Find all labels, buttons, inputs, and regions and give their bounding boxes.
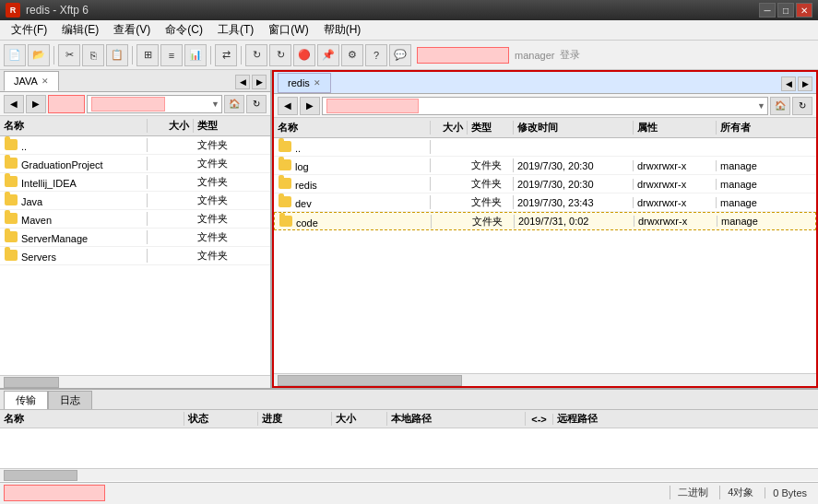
menu-command[interactable]: 命令(C) <box>158 20 210 40</box>
right-col-type[interactable]: 类型 <box>468 121 514 135</box>
tb-cut[interactable]: ✂ <box>58 44 80 66</box>
tb-connect[interactable]: 🔴 <box>293 44 315 66</box>
menu-bar: 文件(F) 编辑(E) 查看(V) 命令(C) 工具(T) 窗口(W) 帮助(H… <box>0 20 818 41</box>
right-tab-close[interactable]: ✕ <box>314 78 321 88</box>
transfer-hscroll[interactable] <box>0 468 818 481</box>
window-title: redis - Xftp 6 <box>26 4 89 17</box>
left-forward-btn[interactable]: ▶ <box>26 95 46 113</box>
list-item-code[interactable]: code 文件夹 2019/7/31, 0:02 drwxrwxr-x mana… <box>274 212 816 230</box>
menu-help[interactable]: 帮助(H) <box>316 20 369 40</box>
tb-new-session[interactable]: 📄 <box>4 44 26 66</box>
toolbar: 📄 📂 ✂ ⎘ 📋 ⊞ ≡ 📊 ⇄ ↻ ↻ 🔴 📌 ⚙ ? 💬 manager … <box>0 41 818 70</box>
left-tab-next[interactable]: ▶ <box>252 75 267 89</box>
right-hscroll-bar[interactable] <box>278 375 462 386</box>
tb-sep4 <box>241 46 242 64</box>
left-file-list: .. 文件夹 GraduationProject 文件夹 Intellij_ID… <box>0 136 270 375</box>
menu-edit[interactable]: 编辑(E) <box>54 20 106 40</box>
th-progress[interactable]: 进度 <box>258 412 332 426</box>
right-file-header: 名称 大小 类型 修改时间 属性 所有者 <box>274 118 816 138</box>
right-col-name[interactable]: 名称 <box>274 121 431 135</box>
list-item[interactable]: GraduationProject 文件夹 <box>0 155 270 173</box>
th-arrow: <-> <box>526 414 553 425</box>
left-col-size[interactable]: 大小 <box>148 119 194 133</box>
right-hscroll[interactable] <box>274 373 816 386</box>
transfer-tab-log[interactable]: 日志 <box>48 391 92 409</box>
right-address-bar[interactable]: ▼ <box>322 97 768 115</box>
list-item[interactable]: Intellij_IDEA 文件夹 <box>0 173 270 192</box>
left-tab-label: JAVA <box>14 76 38 87</box>
right-forward-btn[interactable]: ▶ <box>300 97 320 115</box>
right-tab-prev[interactable]: ◀ <box>781 76 796 91</box>
menu-tools[interactable]: 工具(T) <box>210 20 261 40</box>
right-col-owner[interactable]: 所有者 <box>717 121 790 135</box>
list-item[interactable]: log 文件夹 2019/7/30, 20:30 drwxrwxr-x mana… <box>274 157 816 175</box>
tb-transfer[interactable]: ⇄ <box>215 44 237 66</box>
list-item[interactable]: dev 文件夹 2019/7/30, 23:43 drwxrwxr-x mana… <box>274 193 816 212</box>
menu-view[interactable]: 查看(V) <box>106 20 158 40</box>
tb-icon2[interactable]: ≡ <box>160 44 183 66</box>
left-col-name[interactable]: 名称 <box>0 119 148 133</box>
list-item[interactable]: Maven 文件夹 <box>0 210 270 229</box>
th-local[interactable]: 本地路径 <box>387 412 526 426</box>
tb-addr[interactable]: 📌 <box>317 44 339 66</box>
left-addr-dropdown-icon[interactable]: ▼ <box>211 100 219 109</box>
th-size[interactable]: 大小 <box>332 412 387 426</box>
status-count: 4对象 <box>719 486 761 499</box>
right-refresh-btn[interactable]: ↻ <box>792 97 812 115</box>
right-col-mtime[interactable]: 修改时间 <box>514 121 634 135</box>
right-tab-nav: ◀ ▶ <box>777 75 816 93</box>
transfer-scroll-bar[interactable] <box>4 470 77 481</box>
transfer-panel: 传输 日志 名称 状态 进度 大小 本地路径 <-> 远程路径 <box>0 388 818 482</box>
maximize-button[interactable]: □ <box>777 3 794 18</box>
right-home-btn[interactable]: 🏠 <box>770 97 790 115</box>
right-back-btn[interactable]: ◀ <box>278 97 298 115</box>
menu-file[interactable]: 文件(F) <box>4 20 54 40</box>
tb-refresh2[interactable]: ↻ <box>269 44 291 66</box>
left-hscroll[interactable] <box>0 375 270 388</box>
minimize-button[interactable]: ─ <box>759 3 776 18</box>
left-back-btn[interactable]: ◀ <box>4 95 24 113</box>
list-item[interactable]: redis 文件夹 2019/7/30, 20:30 drwxrwxr-x ma… <box>274 175 816 193</box>
tb-chat[interactable]: 💬 <box>389 44 411 66</box>
right-addr-dropdown-icon[interactable]: ▼ <box>757 101 765 111</box>
tb-icon1[interactable]: ⊞ <box>136 44 159 66</box>
tb-paste[interactable]: 📋 <box>106 44 128 66</box>
tb-settings[interactable]: ⚙ <box>341 44 363 66</box>
status-size: 0 Bytes <box>765 487 814 498</box>
th-remote[interactable]: 远程路径 <box>553 412 818 426</box>
close-button[interactable]: ✕ <box>796 3 812 18</box>
left-hscroll-bar[interactable] <box>4 377 59 388</box>
list-item[interactable]: Java 文件夹 <box>0 192 270 210</box>
window-controls: ─ □ ✕ <box>759 3 812 18</box>
list-item[interactable]: ServerManage 文件夹 <box>0 229 270 247</box>
left-tab-java[interactable]: JAVA ✕ <box>4 71 59 91</box>
right-tab-redis[interactable]: redis ✕ <box>278 73 331 93</box>
list-item[interactable]: Servers 文件夹 <box>0 247 270 265</box>
right-tab-next[interactable]: ▶ <box>798 76 812 91</box>
tb-icon3[interactable]: 📊 <box>184 44 207 66</box>
tb-refresh[interactable]: ↻ <box>245 44 267 66</box>
tb-help[interactable]: ? <box>365 44 387 66</box>
menu-window[interactable]: 窗口(W) <box>261 20 315 40</box>
left-col-type[interactable]: 类型 <box>194 119 249 133</box>
right-col-size[interactable]: 大小 <box>431 121 468 135</box>
tb-copy[interactable]: ⎘ <box>82 44 104 66</box>
left-tab-bar: JAVA ✕ ◀ ▶ <box>0 70 270 92</box>
tb-open[interactable]: 📂 <box>28 44 50 66</box>
th-status[interactable]: 状态 <box>184 412 258 426</box>
right-addr-redacted <box>326 99 419 113</box>
left-file-header: 名称 大小 类型 <box>0 116 270 136</box>
th-name[interactable]: 名称 <box>0 412 184 426</box>
left-up-btn[interactable] <box>48 95 85 113</box>
left-home-btn[interactable]: 🏠 <box>224 95 244 113</box>
left-refresh-btn[interactable]: ↻ <box>246 95 267 113</box>
left-tab-prev[interactable]: ◀ <box>235 75 250 89</box>
status-input-redacted <box>4 485 105 501</box>
right-col-attr[interactable]: 属性 <box>634 121 717 135</box>
left-tab-close[interactable]: ✕ <box>41 76 49 86</box>
list-item[interactable]: .. <box>274 138 816 157</box>
left-nav-row: ◀ ▶ ▼ 🏠 ↻ <box>0 92 270 116</box>
left-address-bar[interactable]: ▼ <box>87 95 222 113</box>
transfer-tab-transfer[interactable]: 传输 <box>4 391 48 409</box>
list-item[interactable]: .. 文件夹 <box>0 136 270 155</box>
